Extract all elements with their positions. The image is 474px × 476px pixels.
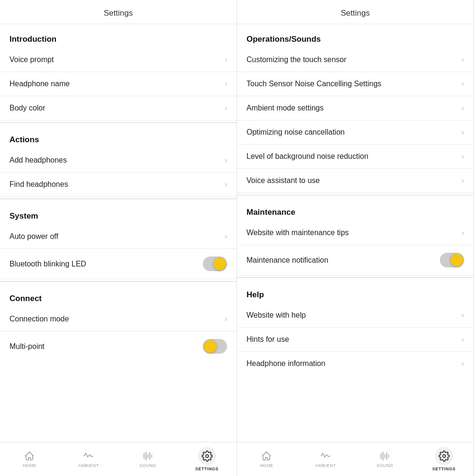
svg-point-5	[206, 455, 209, 458]
settings-icon	[438, 450, 450, 462]
left-bottom-nav: HOME AMBIENT SOUND	[0, 442, 237, 476]
chevron-icon: ›	[462, 176, 464, 185]
settings-icon	[201, 450, 213, 462]
section-introduction: Introduction	[0, 24, 237, 48]
menu-bg-noise-level[interactable]: Level of background noise reduction ›	[237, 145, 474, 169]
right-bottom-nav: HOME AMBIENT SOUND	[237, 442, 474, 476]
divider	[0, 199, 237, 199]
nav-home-right[interactable]: HOME	[237, 447, 296, 472]
menu-ambient-mode[interactable]: Ambient mode settings ›	[237, 96, 474, 120]
nav-settings-left[interactable]: SETTINGS	[177, 443, 237, 475]
nav-ambient-left[interactable]: AMBIENT	[59, 447, 118, 472]
nav-label-ambient: AMBIENT	[315, 463, 336, 468]
menu-connection-mode[interactable]: Connection mode ›	[0, 307, 237, 331]
chevron-icon: ›	[225, 156, 227, 165]
chevron-icon: ›	[225, 315, 227, 323]
nav-settings-right[interactable]: SETTINGS	[414, 443, 474, 475]
menu-voice-assistant[interactable]: Voice assistant to use ›	[237, 169, 474, 193]
home-icon	[24, 450, 35, 462]
right-panel: Settings Operations/Sounds Customizing t…	[237, 0, 474, 476]
settings-circle	[198, 447, 216, 465]
chevron-icon: ›	[462, 229, 464, 237]
right-panel-header: Settings	[237, 0, 474, 24]
nav-label-settings: SETTINGS	[432, 467, 456, 471]
toggle-thumb	[204, 340, 217, 353]
chevron-icon: ›	[462, 335, 464, 344]
section-operations: Operations/Sounds	[237, 24, 474, 48]
section-help: Help	[237, 280, 474, 303]
nav-label-home: HOME	[260, 463, 273, 468]
chevron-icon: ›	[462, 80, 464, 88]
divider	[237, 195, 474, 195]
nav-label-settings: SETTINGS	[195, 467, 219, 471]
nav-label-sound: SOUND	[139, 463, 156, 468]
home-icon	[261, 450, 272, 462]
multi-point-toggle[interactable]	[203, 339, 227, 354]
menu-touch-sensor-nc[interactable]: Touch Sensor Noise Cancelling Settings ›	[237, 72, 474, 96]
right-header-title: Settings	[341, 9, 370, 18]
nav-label-ambient: AMBIENT	[78, 463, 99, 468]
chevron-icon: ›	[462, 104, 464, 112]
nav-label-home: HOME	[23, 463, 36, 468]
svg-point-11	[443, 455, 446, 458]
left-panel: Settings Introduction Voice prompt › Hea…	[0, 0, 237, 476]
left-panel-header: Settings	[0, 0, 237, 24]
nav-home-left[interactable]: HOME	[0, 447, 59, 472]
chevron-icon: ›	[462, 152, 464, 161]
toggle-thumb	[450, 254, 463, 266]
chevron-icon: ›	[462, 359, 464, 368]
chevron-icon: ›	[225, 80, 227, 88]
settings-circle	[435, 447, 453, 465]
menu-hints[interactable]: Hints for use ›	[237, 328, 474, 352]
nav-sound-left[interactable]: SOUND	[118, 447, 178, 472]
menu-auto-power-off[interactable]: Auto power off ›	[0, 225, 237, 249]
ambient-icon	[320, 450, 331, 462]
menu-find-headphones[interactable]: Find headphones ›	[0, 173, 237, 197]
menu-help-website[interactable]: Website with help ›	[237, 303, 474, 328]
menu-body-color[interactable]: Body color ›	[0, 96, 237, 120]
right-scroll-area: Operations/Sounds Customizing the touch …	[237, 24, 474, 442]
menu-touch-sensor[interactable]: Customizing the touch sensor ›	[237, 48, 474, 72]
chevron-icon: ›	[462, 128, 464, 137]
nav-label-sound: SOUND	[376, 463, 393, 468]
menu-add-headphones[interactable]: Add headphones ›	[0, 148, 237, 173]
menu-headphone-info[interactable]: Headphone information ›	[237, 352, 474, 375]
nav-ambient-right[interactable]: AMBIENT	[296, 447, 356, 472]
chevron-icon: ›	[225, 232, 227, 241]
nav-sound-right[interactable]: SOUND	[356, 447, 415, 472]
maintenance-notification-toggle[interactable]	[440, 253, 464, 267]
section-connect: Connect	[0, 284, 237, 307]
menu-multi-point[interactable]: Multi-point	[0, 331, 237, 361]
menu-maintenance-notification[interactable]: Maintenance notification	[237, 245, 474, 275]
divider	[0, 281, 237, 282]
section-maintenance: Maintenance	[237, 197, 474, 221]
chevron-icon: ›	[462, 311, 464, 320]
menu-maintenance-website[interactable]: Website with maintenance tips ›	[237, 221, 474, 245]
menu-bluetooth-led[interactable]: Bluetooth blinking LED	[0, 249, 237, 279]
bluetooth-led-toggle[interactable]	[203, 256, 227, 271]
menu-optimize-nc[interactable]: Optimizing noise cancellation ›	[237, 120, 474, 145]
divider	[237, 277, 474, 278]
sound-icon	[379, 450, 391, 462]
section-actions: Actions	[0, 125, 237, 148]
left-header-title: Settings	[104, 9, 133, 18]
menu-voice-prompt[interactable]: Voice prompt ›	[0, 48, 237, 72]
section-system: System	[0, 201, 237, 225]
menu-headphone-name[interactable]: Headphone name ›	[0, 72, 237, 96]
sound-icon	[142, 450, 154, 462]
chevron-icon: ›	[225, 55, 227, 64]
toggle-thumb	[213, 257, 226, 270]
chevron-icon: ›	[462, 55, 464, 64]
left-scroll-area: Introduction Voice prompt › Headphone na…	[0, 24, 237, 442]
ambient-icon	[83, 450, 94, 462]
chevron-icon: ›	[225, 104, 227, 112]
divider	[0, 122, 237, 123]
chevron-icon: ›	[225, 180, 227, 189]
